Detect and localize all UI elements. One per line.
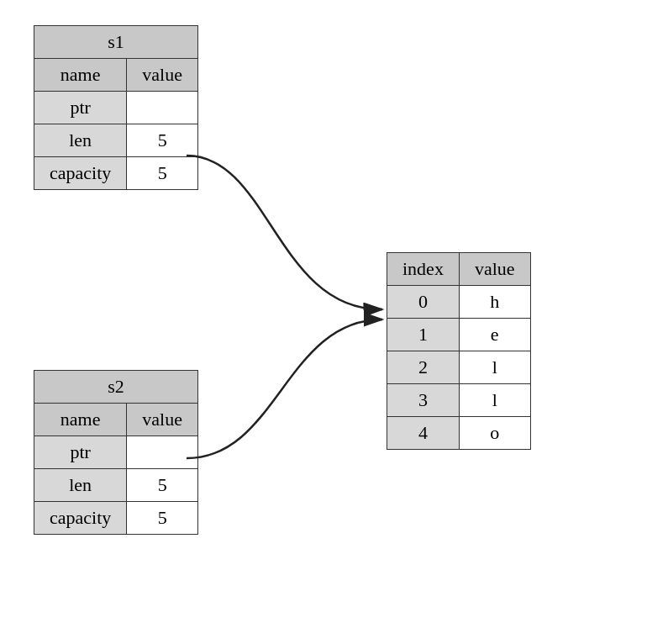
s1-capacity-value: 5 [127, 157, 198, 190]
array-index-1: 1 [387, 319, 460, 351]
s2-ptr-value [127, 436, 198, 469]
array-value-4: o [459, 417, 530, 450]
array-row-2: 2 l [387, 351, 531, 384]
s2-len-value: 5 [127, 469, 198, 502]
array-row-4: 4 o [387, 417, 531, 450]
s1-len-value: 5 [127, 124, 198, 157]
array-row-0: 0 h [387, 286, 531, 319]
diagram: s1 name value ptr len 5 capacity [0, 0, 647, 644]
s1-col-value: value [127, 59, 198, 92]
s1-ptr-arrow [187, 156, 382, 309]
array-index-0: 0 [387, 286, 460, 319]
array-index-3: 3 [387, 384, 460, 417]
array-value-2: l [459, 351, 530, 384]
s1-capacity-name: capacity [34, 157, 127, 190]
s1-col-name: name [34, 59, 127, 92]
s1-title: s1 [34, 26, 198, 59]
s2-row-ptr: ptr [34, 436, 198, 469]
s1-ptr-name: ptr [34, 92, 127, 124]
s1-table: s1 name value ptr len 5 capacity [34, 25, 198, 190]
s1-len-name: len [34, 124, 127, 157]
array-value-3: l [459, 384, 530, 417]
array-col-value: value [459, 253, 530, 286]
s2-table: s2 name value ptr len 5 capacity [34, 370, 198, 535]
s2-capacity-value: 5 [127, 502, 198, 535]
s2-ptr-name: ptr [34, 436, 127, 469]
array-table: index value 0 h 1 e 2 l 3 [387, 252, 531, 450]
array-row-3: 3 l [387, 384, 531, 417]
s1-ptr-value [127, 92, 198, 124]
array-row-1: 1 e [387, 319, 531, 351]
array-value-1: e [459, 319, 530, 351]
s2-row-capacity: capacity 5 [34, 502, 198, 535]
array-col-index: index [387, 253, 460, 286]
array-table-wrapper: index value 0 h 1 e 2 l 3 [387, 252, 531, 450]
array-index-2: 2 [387, 351, 460, 384]
s2-col-value: value [127, 404, 198, 436]
s2-row-len: len 5 [34, 469, 198, 502]
s2-title: s2 [34, 371, 198, 404]
s1-row-ptr: ptr [34, 92, 198, 124]
array-value-0: h [459, 286, 530, 319]
s2-len-name: len [34, 469, 127, 502]
array-index-4: 4 [387, 417, 460, 450]
s2-col-name: name [34, 404, 127, 436]
s1-row-capacity: capacity 5 [34, 157, 198, 190]
s2-capacity-name: capacity [34, 502, 127, 535]
s1-row-len: len 5 [34, 124, 198, 157]
s2-ptr-arrow [187, 319, 382, 458]
